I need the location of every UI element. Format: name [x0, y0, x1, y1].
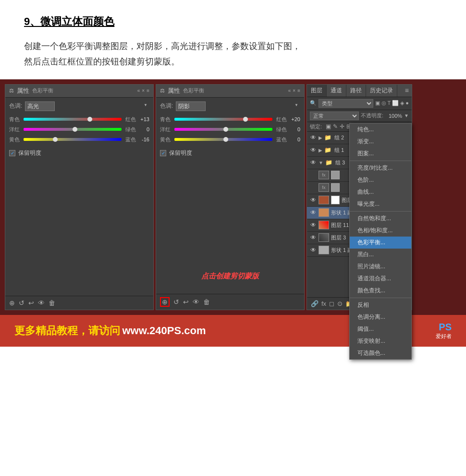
- lock-transparency-icon[interactable]: ▣: [326, 123, 331, 130]
- menu-photo-filter[interactable]: 照片滤镜...: [350, 261, 411, 273]
- tab-channels[interactable]: 通道: [327, 85, 346, 97]
- cycle-icon-middle[interactable]: ↺: [173, 298, 179, 306]
- slider-cyan-red-left: 青色 红色 +13: [9, 116, 149, 123]
- filter-smart-icon[interactable]: ◈: [400, 100, 404, 106]
- blend-mode-select[interactable]: 正常: [310, 112, 359, 120]
- thumb-layer3: [319, 233, 329, 242]
- slider-track-mg-middle[interactable]: [174, 128, 272, 131]
- menu-hue-sat[interactable]: 色相/饱和度...: [350, 225, 411, 237]
- tone-select-wrap-left[interactable]: 高光 阴影 中间调: [25, 101, 149, 111]
- eye-icon-group1[interactable]: 👁: [310, 147, 317, 153]
- delete-icon-left[interactable]: 🗑: [49, 299, 55, 307]
- reset-icon-middle[interactable]: ↩: [183, 298, 189, 306]
- panel-left: ⚖ 属性 色彩平衡 « × ≡ 色调: 高光 阴影 中间调: [5, 84, 154, 310]
- add-layer-icon-left[interactable]: ⊕: [9, 299, 15, 307]
- menu-selective-color[interactable]: 可选颜色...: [350, 347, 411, 359]
- panel-controls-left: « × ≡: [137, 88, 149, 93]
- preserve-checkbox-middle[interactable]: [160, 150, 166, 156]
- reset-icon-left[interactable]: ↩: [28, 299, 34, 307]
- filter-pixel-icon[interactable]: ▣: [375, 100, 380, 106]
- menu-threshold[interactable]: 阈值...: [350, 323, 411, 335]
- menu-color-balance[interactable]: 色彩平衡...: [350, 237, 411, 249]
- eye-icon-shape1-copy[interactable]: 👁: [310, 247, 317, 253]
- filter-toggle[interactable]: ●: [405, 100, 409, 106]
- tone-select-middle[interactable]: 阴影 高光 中间调: [176, 101, 206, 111]
- slider-thumb-yb-middle[interactable]: [223, 137, 228, 142]
- adjustment-layer-icon[interactable]: ⊙: [337, 300, 343, 307]
- menu-brightness[interactable]: 亮度/对比度...: [350, 162, 411, 174]
- menu-posterize[interactable]: 色调分离...: [350, 311, 411, 323]
- panel-controls-middle: « × ≡: [288, 88, 300, 93]
- menu-exposure[interactable]: 曝光度...: [350, 198, 411, 210]
- slider-track-yb-left[interactable]: [24, 138, 122, 141]
- close-left[interactable]: ×: [142, 88, 145, 93]
- search-icon: 🔍: [310, 100, 317, 106]
- cb-title-left: 色彩平衡: [32, 87, 53, 94]
- layers-panel: 图层 通道 路径 历史记录 ≡ 🔍 类型 ▣ ◎ T ⬜ ◈ ● 正常: [307, 84, 412, 310]
- close-middle[interactable]: ×: [293, 88, 295, 93]
- collapse-left[interactable]: «: [137, 88, 140, 93]
- expand-group2[interactable]: ▶: [319, 135, 322, 140]
- menu-left[interactable]: ≡: [147, 88, 149, 93]
- panel-header-left: ⚖ 属性 色彩平衡 « × ≡: [5, 85, 153, 98]
- expand-group3[interactable]: ▼: [319, 160, 323, 165]
- slider-track-cr-left[interactable]: [24, 118, 122, 121]
- tab-history[interactable]: 历史记录: [366, 85, 397, 97]
- menu-solid-color[interactable]: 纯色...: [350, 124, 411, 136]
- expand-group1[interactable]: ▶: [319, 148, 322, 153]
- slider-thumb-yb-left[interactable]: [53, 137, 58, 142]
- add-style-icon[interactable]: fx: [321, 300, 326, 307]
- panel-header-middle: ⚖ 属性 色彩平衡 « × ≡: [156, 85, 304, 98]
- add-mask-icon[interactable]: ◻: [329, 300, 334, 307]
- menu-gradient[interactable]: 渐变...: [350, 136, 411, 148]
- slider-track-yb-middle[interactable]: [174, 138, 272, 141]
- eye-icon-group3[interactable]: 👁: [310, 159, 317, 166]
- eye-icon-layer11[interactable]: 👁: [310, 222, 317, 228]
- layers-filter-select[interactable]: 类型: [319, 99, 373, 108]
- slider-thumb-mg-left[interactable]: [73, 127, 77, 132]
- menu-bw[interactable]: 黑白...: [350, 249, 411, 261]
- tone-select-wrap-middle[interactable]: 阴影 高光 中间调: [176, 101, 300, 111]
- menu-invert[interactable]: 反相: [350, 299, 411, 311]
- menu-middle[interactable]: ≡: [297, 88, 300, 93]
- slider-thumb-cr-middle[interactable]: [243, 117, 248, 122]
- slider-track-cr-middle[interactable]: [174, 118, 272, 121]
- menu-gradient-map[interactable]: 渐变映射...: [350, 335, 411, 347]
- thumb-adj2: fx: [319, 183, 329, 192]
- thumb-adj1: fx: [319, 171, 329, 179]
- eye-icon-layer3[interactable]: 👁: [310, 234, 317, 241]
- filter-text-icon[interactable]: T: [388, 100, 391, 106]
- thumb-layer-base: [319, 196, 329, 204]
- menu-vibrance[interactable]: 自然饱和度...: [350, 213, 411, 225]
- filter-shape-icon[interactable]: ⬜: [392, 100, 399, 106]
- layers-menu-icon[interactable]: ≡: [402, 85, 412, 97]
- tone-select-left[interactable]: 高光 阴影 中间调: [25, 101, 55, 111]
- lock-move-icon[interactable]: ✛: [340, 123, 344, 130]
- tab-paths[interactable]: 路径: [346, 85, 366, 97]
- eye-icon-shape-thumb[interactable]: 👁: [310, 209, 317, 216]
- visibility-icon-middle[interactable]: 👁: [193, 298, 199, 306]
- link-layers-icon[interactable]: 🔗: [311, 300, 319, 307]
- menu-color-lookup[interactable]: 颜色查找...: [350, 285, 411, 297]
- menu-channel-mixer[interactable]: 通道混合器...: [350, 273, 411, 285]
- create-clipping-mask-button[interactable]: ⊕: [160, 297, 170, 307]
- menu-curves[interactable]: 曲线...: [350, 186, 411, 198]
- visibility-icon-left[interactable]: 👁: [38, 299, 45, 307]
- slider-thumb-mg-middle[interactable]: [223, 127, 228, 132]
- eye-icon-group2[interactable]: 👁: [310, 134, 317, 141]
- delete-icon-middle[interactable]: 🗑: [203, 298, 210, 306]
- tab-layers[interactable]: 图层: [307, 85, 327, 97]
- slider-thumb-cr-left[interactable]: [87, 117, 92, 122]
- panel-title-left: 属性: [17, 87, 29, 95]
- menu-pattern[interactable]: 图案...: [350, 148, 411, 160]
- eye-icon-layer-base[interactable]: 👁: [310, 197, 317, 203]
- collapse-middle[interactable]: «: [288, 88, 291, 93]
- filter-adjust-icon[interactable]: ◎: [381, 100, 386, 106]
- slider-track-mg-left[interactable]: [24, 128, 122, 131]
- menu-levels[interactable]: 色阶...: [350, 174, 411, 186]
- opacity-expand-icon[interactable]: ▼: [404, 113, 409, 118]
- panel-footer-left: ⊕ ↺ ↩ 👁 🗑: [5, 296, 153, 310]
- cycle-icon-left[interactable]: ↺: [19, 299, 25, 307]
- lock-paint-icon[interactable]: ✎: [333, 123, 338, 130]
- preserve-checkbox-left[interactable]: [9, 150, 15, 156]
